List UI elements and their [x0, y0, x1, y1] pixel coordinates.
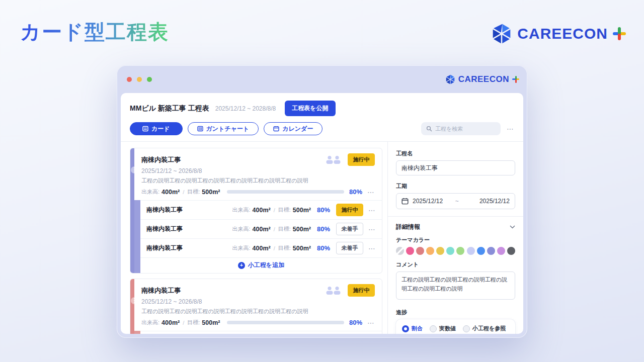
subprocess-section: 南棟内装工事 出来高: 400m² / 目標: 500m² 80% 施行中 — [134, 331, 382, 334]
progress-settings-box: 割合実数値小工程を参照 出来高 % 目標値 — [396, 319, 515, 334]
process-card[interactable]: 南棟内装工事 施行中 2025/12/12 ~ 2026/8/8 工程の説明工程… — [134, 279, 382, 331]
assignees-icon — [325, 155, 343, 164]
details-section-header[interactable]: 詳細情報 — [396, 223, 515, 231]
theme-color-swatch[interactable] — [406, 247, 414, 255]
card-view-icon — [142, 126, 148, 132]
window-content: MMビル 新築工事 工程表 2025/12/12 ~ 2028/8/8 工程表を… — [121, 93, 523, 334]
tab-card-view[interactable]: カード — [130, 122, 183, 135]
search-input[interactable] — [435, 126, 496, 132]
status-badge[interactable]: 未着手 — [336, 223, 363, 235]
theme-color-swatch[interactable] — [416, 247, 424, 255]
more-icon[interactable]: ⋯ — [368, 207, 376, 214]
theme-color-none-swatch[interactable] — [396, 247, 404, 255]
radio-label: 割合 — [412, 325, 423, 332]
subprocess-row[interactable]: 南棟内装工事 出来高: 400m² / 目標: 500m² 80% 未着手 — [140, 219, 382, 238]
toolbar-more-icon[interactable]: ⋯ — [507, 125, 514, 132]
period-end: 2025/12/12 — [479, 198, 510, 205]
theme-color-swatch[interactable] — [507, 247, 515, 255]
progress-bar — [227, 321, 344, 324]
view-tabs: カード ガントチャート カレンダー ⋯ — [121, 120, 523, 141]
comment-textarea[interactable]: 工程の説明工程の説明工程の説明工程の説明工程の説明工程の説明 — [396, 272, 515, 300]
progress-type-radio[interactable]: 割合 — [402, 325, 423, 332]
subprocess-title: 南棟内装工事 — [146, 206, 232, 214]
titlebar-brand-logo: CAREECON — [445, 74, 519, 84]
comment-label: コメント — [396, 261, 515, 268]
group-color-stripe — [130, 279, 134, 334]
process-period: 2025/12/12 ~ 2026/8/8 — [141, 167, 375, 174]
period-separator: ~ — [455, 198, 459, 205]
progress-percent: 80% — [317, 206, 330, 214]
theme-colors — [396, 247, 515, 255]
more-icon[interactable]: ⋯ — [368, 245, 376, 252]
search-box[interactable] — [421, 122, 501, 135]
progress-type-radio[interactable]: 小工程を参照 — [463, 325, 506, 332]
brand-name: CAREECON — [517, 25, 608, 42]
chevron-down-icon — [510, 225, 515, 229]
close-window-icon[interactable] — [127, 77, 132, 82]
period-date-field[interactable]: 2025/12/12 ~ 2025/12/12 — [396, 193, 515, 209]
calendar-icon — [401, 198, 409, 205]
window-titlebar: CAREECON — [117, 65, 527, 93]
subprocess-row[interactable]: 南棟内装工事 出来高: 400m² / 目標: 500m² 80% 施行中 — [140, 200, 382, 219]
theme-color-swatch[interactable] — [426, 247, 434, 255]
divider — [388, 216, 523, 217]
done-value: 400m² — [162, 319, 180, 326]
theme-color-swatch[interactable] — [467, 247, 475, 255]
assignees-icon — [325, 286, 343, 295]
subprocess-section: 南棟内装工事 出来高: 400m² / 目標: 500m² 80% 施行中 — [134, 200, 382, 273]
process-card[interactable]: 南棟内装工事 施行中 2025/12/12 ~ 2026/8/8 工程の説明工程… — [134, 148, 382, 200]
maximize-window-icon[interactable] — [147, 77, 152, 82]
add-subprocess-button[interactable]: + 小工程を追加 — [140, 257, 382, 273]
subprocess-row[interactable]: 南棟内装工事 出来高: 400m² / 目標: 500m² 80% 未着手 — [140, 238, 382, 257]
more-icon[interactable]: ⋯ — [367, 319, 375, 326]
progress-percent: 80% — [349, 319, 362, 326]
drag-handle-icon[interactable] — [131, 297, 138, 304]
page-title: カード型工程表 — [20, 18, 169, 46]
theme-color-swatch[interactable] — [456, 247, 464, 255]
brand-plus-icon — [613, 27, 626, 40]
brand-logo: CAREECON — [491, 23, 626, 44]
theme-color-swatch[interactable] — [446, 247, 454, 255]
status-badge[interactable]: 施行中 — [336, 204, 363, 216]
calendar-view-icon — [273, 126, 279, 132]
progress-percent: 80% — [317, 244, 330, 252]
careecon-hexagon-icon — [445, 74, 455, 84]
project-title: MMビル 新築工事 工程表 — [130, 104, 209, 113]
theme-color-swatch[interactable] — [487, 247, 495, 255]
theme-color-swatch[interactable] — [436, 247, 444, 255]
status-badge[interactable]: 未着手 — [336, 242, 363, 254]
radio-label: 実数値 — [439, 325, 456, 332]
process-title: 南棟内装工事 — [141, 286, 325, 295]
progress-bar — [227, 190, 344, 194]
detail-panel: 工程名 工期 2025/12/12 ~ 2025/12/12 — [387, 142, 523, 334]
traffic-lights — [127, 77, 152, 82]
theme-color-swatch[interactable] — [477, 247, 485, 255]
tab-gantt-view[interactable]: ガントチャート — [188, 122, 259, 135]
publish-schedule-button[interactable]: 工程表を公開 — [285, 101, 335, 116]
main-area: 南棟内装工事 施行中 2025/12/12 ~ 2026/8/8 工程の説明工程… — [121, 141, 523, 334]
more-icon[interactable]: ⋯ — [367, 189, 375, 196]
target-value: 500m² — [202, 319, 220, 326]
done-value: 400m² — [162, 189, 180, 196]
theme-color-swatch[interactable] — [497, 247, 505, 255]
subprocess-title: 南棟内装工事 — [146, 244, 232, 252]
process-name-input[interactable] — [396, 160, 515, 175]
done-label: 出来高: — [141, 319, 159, 326]
drag-handle-icon[interactable] — [131, 166, 138, 173]
progress-type-radio[interactable]: 実数値 — [430, 325, 456, 332]
process-card-list: 南棟内装工事 施行中 2025/12/12 ~ 2026/8/8 工程の説明工程… — [121, 142, 387, 334]
status-badge[interactable]: 施行中 — [348, 153, 375, 166]
more-icon[interactable]: ⋯ — [368, 226, 376, 233]
minimize-window-icon[interactable] — [137, 77, 142, 82]
done-label: 出来高: — [141, 188, 159, 196]
period-label: 工期 — [396, 183, 515, 190]
search-icon — [426, 126, 432, 132]
project-period: 2025/12/12 ~ 2028/8/8 — [215, 105, 276, 112]
progress-percent: 80% — [317, 225, 330, 233]
tab-calendar-view[interactable]: カレンダー — [264, 122, 323, 135]
subprocess-row[interactable]: 南棟内装工事 出来高: 400m² / 目標: 500m² 80% 施行中 — [140, 331, 382, 334]
status-badge[interactable]: 施行中 — [348, 284, 375, 297]
radio-icon — [402, 325, 409, 332]
radio-icon — [430, 325, 437, 332]
gantt-view-icon — [197, 126, 203, 132]
